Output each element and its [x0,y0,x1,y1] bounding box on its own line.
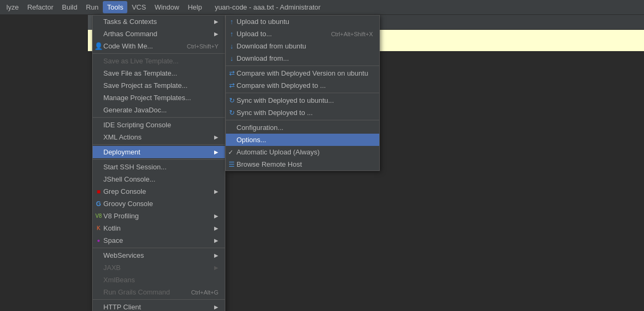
menu-compare-deployed-to[interactable]: ⇄ Compare with Deployed to ... [226,79,379,92]
shortcut-grails: Ctrl+Alt+G [191,289,218,296]
submenu-arrow: ▶ [214,189,218,194]
space-icon: ● [95,238,102,243]
menu-kotlin[interactable]: K Kotlin ▶ [93,222,225,234]
menu-configuration[interactable]: Configuration... [226,121,379,134]
upload-icon: ↑ [228,18,235,26]
menu-jaxb: JAXB ▶ [93,261,225,274]
menu-deployment[interactable]: Deployment ▶ [93,146,225,158]
menu-http-client[interactable]: HTTP Client ▶ [93,301,225,311]
browse-icon: ☰ [228,160,235,168]
menu-browse-remote-host[interactable]: ☰ Browse Remote Host [226,158,379,170]
separator [93,159,225,160]
separator [93,144,225,145]
sync-icon: ↻ [228,96,235,104]
menu-tools[interactable]: Tools [103,1,127,13]
submenu-arrow: ▶ [214,252,218,258]
menu-code-with-me[interactable]: 👤 Code With Me... Ctrl+Shift+Y [93,40,225,52]
separator [226,66,379,66]
menu-window[interactable]: Window [150,1,183,13]
deployment-dropdown: ↑ Upload to ubuntu ↑ Upload to... Ctrl+A… [225,15,380,171]
menu-upload-ubuntu[interactable]: ↑ Upload to ubuntu [226,15,379,28]
download-icon: ↓ [228,54,235,62]
menu-save-live-template: Save as Live Template... [93,55,225,67]
menu-analyze[interactable]: lyze [2,1,23,13]
submenu-arrow: ▶ [214,19,218,24]
menu-groovy-console[interactable]: G Groovy Console [93,198,225,210]
separator [93,248,225,248]
menu-v8-profiling[interactable]: V8 V8 Profiling ▶ [93,210,225,222]
menu-vcs[interactable]: VCS [127,1,150,13]
groovy-icon: G [95,200,102,208]
shortcut-code-with-me: Ctrl+Shift+Y [187,43,218,50]
checkmark-icon: ✓ [228,149,233,156]
separator [226,93,379,93]
submenu-arrow: ▶ [214,265,218,271]
separator [93,117,225,118]
download-icon: ↓ [228,42,235,50]
menu-jshell-console[interactable]: JShell Console... [93,173,225,185]
menu-arthas-command[interactable]: Arthas Command ▶ [93,28,225,40]
window-title: yuan-code - aaa.txt - Administrator [215,3,321,11]
submenu-arrow: ▶ [214,225,218,231]
menu-sync-ubuntu[interactable]: ↻ Sync with Deployed to ubuntu... [226,94,379,107]
submenu-arrow: ▶ [214,134,218,140]
menu-save-project-template[interactable]: Save Project as Template... [93,79,225,92]
submenu-arrow: ▶ [214,304,218,310]
menu-run-grails: Run Grails Command Ctrl+Alt+G [93,286,225,298]
separator [226,120,379,120]
menu-ide-scripting[interactable]: IDE Scripting Console [93,119,225,131]
menu-webservices[interactable]: WebServices ▶ [93,249,225,261]
submenu-arrow: ▶ [214,149,218,155]
menu-refactor[interactable]: Refactor [23,1,58,13]
menu-manage-project-templates[interactable]: Manage Project Templates... [93,92,225,104]
menu-space[interactable]: ● Space ▶ [93,234,225,247]
separator [93,299,225,300]
sync-icon: ↻ [228,109,235,117]
separator [93,53,225,54]
menu-download-ubuntu[interactable]: ↓ Download from ubuntu [226,40,379,52]
upload-icon: ↑ [228,30,235,38]
menu-automatic-upload[interactable]: ✓ Automatic Upload (Always) [226,146,379,158]
menu-compare-deployed-version[interactable]: ⇄ Compare with Deployed Version on ubunt… [226,67,379,79]
grep-icon: ■ [95,188,102,195]
menubar: lyze Refactor Build Run Tools VCS Window… [0,0,644,15]
tools-dropdown: Tasks & Contexts ▶ Arthas Command ▶ 👤 Co… [92,15,225,311]
menu-save-file-template[interactable]: Save File as Template... [93,67,225,79]
menu-upload-to[interactable]: ↑ Upload to... Ctrl+Alt+Shift+X [226,28,379,40]
menu-options[interactable]: Options... [226,134,379,146]
compare-icon: ⇄ [228,69,235,77]
menu-xml-actions[interactable]: XML Actions ▶ [93,131,225,143]
v8-icon: V8 [95,213,102,219]
menu-grep-console[interactable]: ■ Grep Console ▶ [93,185,225,198]
menu-run[interactable]: Run [81,1,103,13]
submenu-arrow: ▶ [214,213,218,219]
submenu-arrow: ▶ [214,238,218,243]
menu-xmlbeans: XmlBeans [93,274,225,286]
submenu-arrow: ▶ [214,31,218,37]
menu-generate-javadoc[interactable]: Generate JavaDoc... [93,104,225,116]
menu-sync-to[interactable]: ↻ Sync with Deployed to ... [226,107,379,119]
menu-start-ssh[interactable]: Start SSH Session... [93,161,225,173]
menu-build[interactable]: Build [58,1,81,13]
compare-icon: ⇄ [228,81,235,89]
user-icon: 👤 [95,42,102,50]
menu-download-from[interactable]: ↓ Download from... [226,52,379,64]
menu-tasks-contexts[interactable]: Tasks & Contexts ▶ [93,15,225,28]
shortcut-upload: Ctrl+Alt+Shift+X [331,31,373,37]
kotlin-icon: K [95,225,102,231]
menu-help[interactable]: Help [183,1,206,13]
